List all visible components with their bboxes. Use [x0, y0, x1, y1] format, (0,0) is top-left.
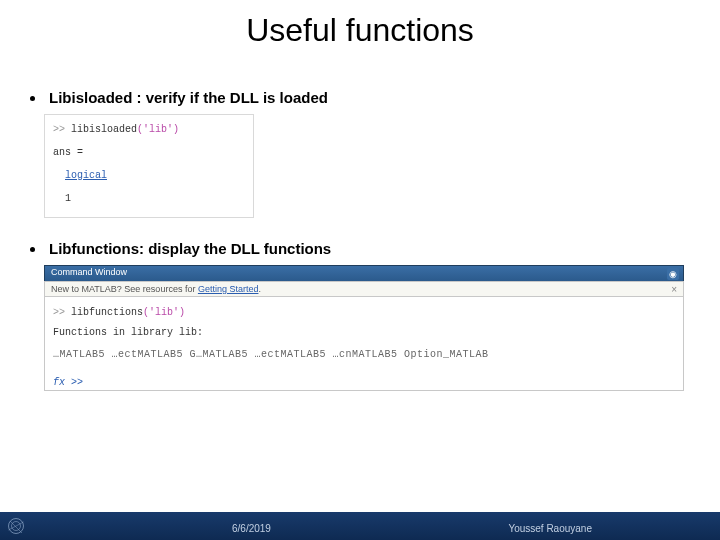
screenshot-libfunctions: Command Window ◉ New to MATLAB? See reso… [44, 265, 684, 391]
slide-body: Libisloaded : verify if the DLL is loade… [0, 49, 720, 391]
ans-value: 1 [53, 190, 245, 207]
bullet-1-text: Libisloaded : verify if the DLL is loade… [49, 89, 328, 106]
command-window-body[interactable]: >> libfunctions('lib') Functions in libr… [44, 296, 684, 391]
getting-started-link[interactable]: Getting Started [198, 284, 259, 294]
footer-author: Youssef Raouyane [508, 523, 592, 534]
bullet-2: Libfunctions: display the DLL functions [24, 240, 696, 257]
logical-link[interactable]: logical [65, 170, 107, 181]
bullet-dot-icon [30, 96, 35, 101]
slide-footer: 6/6/2019 Youssef Raouyane [0, 512, 720, 540]
code-line: >> libisloaded('lib') [53, 121, 245, 138]
window-title: Command Window [51, 267, 127, 277]
cmd-arg: ('lib') [137, 124, 179, 135]
prompt-text: >> [53, 307, 71, 318]
cmd-arg: ('lib') [143, 307, 185, 318]
ans-type: logical [53, 167, 245, 184]
ans-label: ans = [53, 144, 245, 161]
prompt-text: >> [53, 124, 71, 135]
window-titlebar: Command Window ◉ [44, 265, 684, 281]
getting-started-bar: New to MATLAB? See resources for Getting… [44, 281, 684, 296]
slide: Useful functions Libisloaded : verify if… [0, 0, 720, 540]
screenshot-libisloaded: >> libisloaded('lib') ans = logical 1 [44, 114, 254, 218]
cern-logo-icon [0, 512, 32, 540]
output-header: Functions in library lib: [53, 325, 675, 341]
bullet-1: Libisloaded : verify if the DLL is loade… [24, 89, 696, 106]
bullet-dot-icon [30, 247, 35, 252]
close-icon[interactable]: × [671, 284, 677, 295]
svg-line-2 [9, 522, 24, 530]
cmd-name: libisloaded [71, 124, 137, 135]
window-control-icon[interactable]: ◉ [667, 268, 679, 280]
footer-date: 6/6/2019 [232, 523, 271, 534]
slide-title: Useful functions [0, 0, 720, 49]
fx-prompt[interactable]: fx >> [53, 375, 675, 391]
cmd-name: libfunctions [71, 307, 143, 318]
subbar-text: New to MATLAB? See resources for [51, 284, 198, 294]
bullet-2-text: Libfunctions: display the DLL functions [49, 240, 331, 257]
code-line: >> libfunctions('lib') [53, 305, 675, 321]
functions-row: …MATLAB5 …ectMATLAB5 G…MATLAB5 …ectMATLA… [53, 347, 675, 363]
